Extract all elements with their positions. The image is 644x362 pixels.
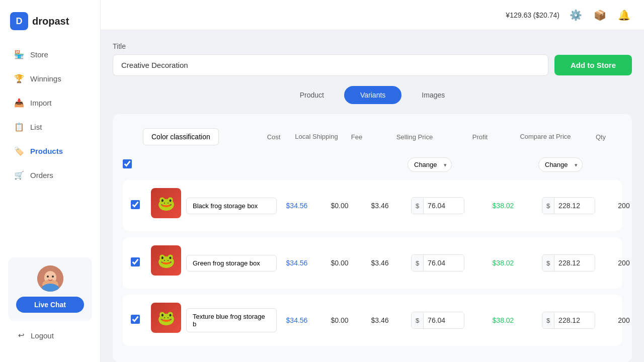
selling-header: Selling Price bbox=[374, 133, 455, 141]
row3-image: 🐸 bbox=[151, 303, 186, 338]
qty-header: Qty bbox=[586, 133, 616, 141]
sidebar-item-winnings[interactable]: 🏆 Winnings bbox=[4, 67, 96, 89]
title-section: Title Add to Store bbox=[113, 42, 632, 76]
sidebar-item-store-label: Store bbox=[30, 50, 48, 59]
row1-selling-currency: $ bbox=[412, 198, 424, 214]
row2-selling-input-group: $ bbox=[411, 254, 464, 272]
orders-icon: 🛒 bbox=[14, 170, 24, 180]
row2-checkbox-wrapper bbox=[131, 257, 151, 268]
row3-checkbox-wrapper bbox=[131, 315, 151, 326]
row1-name-button[interactable]: Black frog storage box bbox=[186, 198, 277, 214]
row1-selling-input[interactable] bbox=[424, 198, 464, 214]
svg-point-4 bbox=[52, 276, 54, 278]
sidebar-item-list[interactable]: 📋 List bbox=[4, 116, 96, 138]
live-chat-button[interactable]: Live Chat bbox=[16, 297, 84, 313]
global-change-row: Change Change bbox=[123, 153, 622, 180]
row1-compare: $ bbox=[528, 197, 609, 214]
row2-name: Green frog storage box bbox=[186, 255, 277, 272]
tab-product[interactable]: Product bbox=[284, 86, 340, 104]
row3-shipping: $0.00 bbox=[317, 316, 362, 324]
store-icon: 🏪 bbox=[14, 49, 24, 59]
row3-selling-input-group: $ bbox=[411, 312, 464, 329]
title-input[interactable] bbox=[113, 54, 548, 76]
row1-profit: $38.02 bbox=[478, 202, 528, 210]
row1-checkbox-wrapper bbox=[131, 200, 151, 211]
logo-text: dropast bbox=[32, 16, 69, 27]
content: Title Add to Store Product Variants Imag… bbox=[101, 30, 644, 362]
tabs-row: Product Variants Images bbox=[113, 86, 632, 104]
row2-compare-input-group: $ bbox=[542, 254, 595, 272]
tab-images[interactable]: Images bbox=[406, 86, 461, 104]
row3-name: Texture blue frog storage b bbox=[186, 308, 277, 332]
row3-cost: $34.56 bbox=[277, 316, 317, 324]
row3-fee: $3.46 bbox=[362, 316, 397, 324]
sidebar-item-products[interactable]: 🏷️ Products bbox=[4, 140, 96, 162]
select-all-checkbox[interactable] bbox=[123, 159, 132, 168]
bell-icon[interactable]: 🔔 bbox=[616, 7, 632, 23]
row2-image: 🐸 bbox=[151, 245, 186, 281]
row2-compare-input[interactable] bbox=[554, 255, 595, 271]
row3-name-button[interactable]: Texture blue frog storage b bbox=[186, 308, 277, 332]
row2-selling: $ bbox=[397, 254, 478, 272]
blue-frog-image: 🐸 bbox=[151, 303, 181, 333]
sidebar-item-winnings-label: Winnings bbox=[30, 74, 61, 83]
table-row: 🐸 Green frog storage box $34.56 $0.00 $3… bbox=[123, 237, 622, 289]
compare-header: Compare at Price bbox=[505, 133, 586, 141]
row1-name: Black frog storage box bbox=[186, 198, 277, 214]
sidebar-item-orders[interactable]: 🛒 Orders bbox=[4, 164, 96, 186]
list-icon: 📋 bbox=[14, 122, 24, 132]
row2-cost: $34.56 bbox=[277, 259, 317, 267]
sidebar-item-orders-label: Orders bbox=[30, 171, 53, 179]
balance-display: ¥129.63 ($20.74) bbox=[506, 11, 559, 19]
row2-shipping: $0.00 bbox=[317, 259, 362, 267]
sidebar-item-logout[interactable]: ↩ Logout bbox=[8, 325, 92, 346]
row1-fee: $3.46 bbox=[362, 202, 397, 210]
row2-name-button[interactable]: Green frog storage box bbox=[186, 255, 277, 272]
classification-header-button[interactable]: Color classification bbox=[143, 128, 219, 145]
add-to-store-button[interactable]: Add to Store bbox=[554, 55, 632, 75]
row2-selling-input[interactable] bbox=[424, 255, 464, 271]
title-row: Add to Store bbox=[113, 54, 632, 76]
row1-qty: 200 bbox=[609, 202, 639, 210]
avatar bbox=[37, 265, 63, 292]
row3-selling-input[interactable] bbox=[424, 312, 464, 328]
tab-variants[interactable]: Variants bbox=[344, 86, 401, 104]
sidebar-item-import[interactable]: 📥 Import bbox=[4, 92, 96, 114]
row1-compare-input[interactable] bbox=[554, 198, 595, 214]
sidebar-item-store[interactable]: 🏪 Store bbox=[4, 43, 96, 65]
row1-image: 🐸 bbox=[151, 188, 186, 223]
green-frog-image: 🐸 bbox=[151, 245, 181, 276]
live-chat-box: Live Chat bbox=[8, 257, 92, 321]
title-label: Title bbox=[113, 42, 632, 50]
row3-selling-currency: $ bbox=[412, 313, 424, 328]
row1-selling: $ bbox=[397, 197, 478, 214]
row2-checkbox[interactable] bbox=[131, 257, 140, 266]
shipping-header: Local Shipping bbox=[294, 133, 339, 141]
compare-change-select[interactable]: Change bbox=[538, 157, 583, 172]
row2-qty: 200 bbox=[609, 259, 639, 267]
row1-checkbox[interactable] bbox=[131, 200, 140, 209]
sidebar-item-import-label: Import bbox=[30, 99, 52, 107]
row2-compare: $ bbox=[528, 254, 609, 272]
sidebar-bottom: Live Chat ↩ Logout bbox=[0, 249, 100, 354]
row1-compare-currency: $ bbox=[542, 198, 554, 214]
row3-compare: $ bbox=[528, 312, 609, 329]
table-row: 🐸 Texture blue frog storage b $34.56 $0.… bbox=[123, 295, 622, 346]
logo[interactable]: D dropast bbox=[0, 8, 100, 42]
logout-icon: ↩ bbox=[18, 331, 25, 340]
sidebar-item-list-label: List bbox=[30, 123, 42, 131]
sidebar-item-products-label: Products bbox=[30, 147, 63, 155]
selling-change-select[interactable]: Change bbox=[408, 157, 452, 172]
row1-compare-input-group: $ bbox=[542, 197, 595, 214]
row3-compare-input[interactable] bbox=[554, 312, 595, 328]
profit-header: Profit bbox=[455, 133, 505, 141]
cost-header: Cost bbox=[254, 133, 294, 141]
settings-icon[interactable]: ⚙️ bbox=[568, 7, 584, 23]
table-row: 🐸 Black frog storage box $34.56 $0.00 $3… bbox=[123, 180, 622, 231]
row3-checkbox[interactable] bbox=[131, 315, 140, 324]
row2-fee: $3.46 bbox=[362, 259, 397, 267]
row3-qty: 200 bbox=[609, 316, 639, 324]
import-icon: 📥 bbox=[14, 98, 24, 108]
table-header: Color classification Cost Local Shipping… bbox=[123, 124, 622, 153]
box-icon[interactable]: 📦 bbox=[592, 7, 608, 23]
